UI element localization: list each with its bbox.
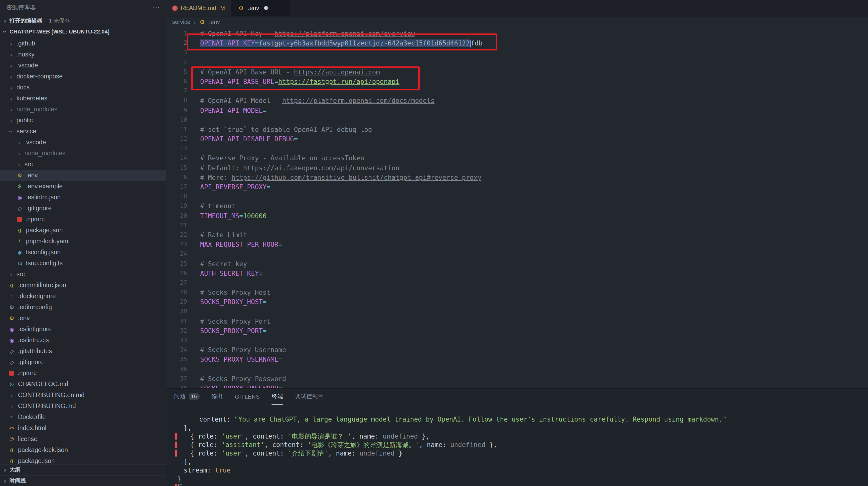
tree-item-.env[interactable]: ⚙.env [0, 170, 166, 181]
editor-line-25[interactable]: 25# Secret key [166, 259, 868, 268]
editor-line-12[interactable]: 12OPENAI_API_DISABLE_DEBUG= [166, 134, 868, 144]
editor-line-17[interactable]: 17API_REVERSE_PROXY= [166, 182, 868, 192]
editor-line-1[interactable]: 1# OpenAI API Key - https://platform.ope… [166, 29, 868, 38]
editor-line-34[interactable]: 34# Socks Proxy Username [166, 345, 868, 355]
editor-line-6[interactable]: 6OPENAI_API_BASE_URL=https://fastgpt.run… [166, 77, 868, 86]
editor-line-11[interactable]: 11# set `true` to disable OpenAI API deb… [166, 125, 868, 134]
editor-line-13[interactable]: 13 [166, 144, 868, 153]
breadcrumb[interactable]: service › ⚙ .env [166, 17, 868, 27]
tree-item-kubernetes[interactable]: ›kubernetes [0, 93, 166, 104]
editor-line-29[interactable]: 29SOCKS_PROXY_HOST= [166, 297, 868, 307]
editor-line-8[interactable]: 8# OpenAI API Model - https://platform.o… [166, 96, 868, 106]
tree-item-.gitignore[interactable]: ◇.gitignore [0, 356, 166, 368]
tree-item-src[interactable]: ›src [0, 159, 166, 170]
editor-line-21[interactable]: 21 [166, 221, 868, 230]
editor-line-10[interactable]: 10 [166, 115, 868, 125]
editor-line-33[interactable]: 33 [166, 336, 868, 345]
tree-item-pnpm-lock.yaml[interactable]: !pnpm-lock.yaml [0, 236, 166, 247]
editor-line-26[interactable]: 26AUTH_SECRET_KEY= [166, 268, 868, 278]
panel-tab-问题[interactable]: 问题16 [174, 389, 200, 405]
editor-line-4[interactable]: 4 [166, 58, 868, 67]
editor-line-14[interactable]: 14# Reverse Proxy - Available on accessT… [166, 153, 868, 163]
code-editor[interactable]: 1# OpenAI API Key - https://platform.ope… [166, 27, 868, 388]
tree-item-CHANGELOG.md[interactable]: ⊙CHANGELOG.md [0, 379, 166, 390]
panel-tab-终端[interactable]: 终端 [272, 389, 283, 405]
editor-line-7[interactable]: 7 [166, 86, 868, 96]
chevron-right-icon: › [8, 271, 14, 278]
panel-tab-GITLENS[interactable]: GITLENS [235, 389, 260, 405]
tab-.env[interactable]: ⚙.env [231, 0, 290, 16]
tree-item-license[interactable]: ©license [0, 433, 166, 445]
tree-item-node_modules[interactable]: ›node_modules [0, 148, 166, 159]
editor-line-32[interactable]: 32SOCKS_PROXY_PORT= [166, 326, 868, 336]
tree-item-docs[interactable]: ›docs [0, 82, 166, 93]
tree-item-.eslintignore[interactable]: ◉.eslintignore [0, 324, 166, 335]
tree-item-index.html[interactable]: <>index.html [0, 423, 166, 433]
editor-line-24[interactable]: 24 [166, 250, 868, 259]
tree-item-.gitattributes[interactable]: ◇.gitattributes [0, 346, 166, 356]
editor-line-35[interactable]: 35SOCKS_PROXY_USERNAME= [166, 355, 868, 364]
editor-line-27[interactable]: 27 [166, 278, 868, 288]
editor-line-19[interactable]: 19# timeout [166, 202, 868, 211]
editor-line-36[interactable]: 36 [166, 364, 868, 374]
tree-item-.eslintrc.cjs[interactable]: ◉.eslintrc.cjs [0, 335, 166, 346]
editor-line-15[interactable]: 15# Default: https://ai.fakeopen.com/api… [166, 163, 868, 173]
tree-item-docker-compose[interactable]: ›docker-compose [0, 71, 166, 82]
editor-line-9[interactable]: 9OPENAI_API_MODEL= [166, 106, 868, 115]
open-editors-header[interactable]: › 打开的编辑器 1 未保存 [0, 15, 166, 26]
tree-item-.env.example[interactable]: $.env.example [0, 181, 166, 192]
tree-item-CONTRIBUTING.md[interactable]: ↓CONTRIBUTING.md [0, 401, 166, 411]
project-root-header[interactable]: › CHATGPT-WEB [WSL: UBUNTU-22.04] [0, 26, 166, 37]
panel-tab-输出[interactable]: 输出 [212, 389, 223, 405]
tree-item-Dockerfile[interactable]: ≈Dockerfile [0, 411, 166, 423]
more-actions-icon[interactable]: ⋯ [153, 3, 160, 11]
editor-line-38[interactable]: 38SOCKS_PROXY_PASSWORD= [166, 383, 868, 388]
tree-item-tsup.config.ts[interactable]: TStsup.config.ts [0, 258, 166, 269]
tree-item-.editorconfig[interactable]: ⚙.editorconfig [0, 302, 166, 313]
timeline-section-header[interactable]: › 时间线 [0, 475, 166, 486]
tree-item-package.json[interactable]: {}package.json [0, 225, 166, 236]
editor-line-23[interactable]: 23MAX_REQUEST_PER_HOUR= [166, 240, 868, 249]
tree-item-label: .vscode [25, 139, 46, 146]
editor-line-5[interactable]: 5# OpenAI API Base URL - https://api.ope… [166, 67, 868, 77]
editor-line-18[interactable]: 18 [166, 192, 868, 201]
tree-item-src[interactable]: ›src [0, 269, 166, 280]
editor-line-37[interactable]: 37# Socks Proxy Password [166, 374, 868, 383]
tree-item-package-lock.json[interactable]: {}package-lock.json [0, 445, 166, 456]
tree-item-.gitignore[interactable]: ◇.gitignore [0, 203, 166, 214]
tree-item-.dockerignore[interactable]: ≈.dockerignore [0, 291, 166, 302]
editor-line-22[interactable]: 22# Rate Limit [166, 230, 868, 240]
editor-line-16[interactable]: 16# More: https://github.com/transitive-… [166, 173, 868, 182]
tree-item-public[interactable]: ›public [0, 115, 166, 126]
terminal-output[interactable]: content: "You are ChatGPT, a large langu… [166, 405, 868, 486]
tree-item-CONTRIBUTING.en.md[interactable]: ↓CONTRIBUTING.en.md [0, 390, 166, 401]
unsaved-dot-icon[interactable] [264, 6, 268, 10]
tree-item-.github[interactable]: ›.github [0, 38, 166, 49]
editor-line-28[interactable]: 28# Socks Proxy Host [166, 288, 868, 297]
tree-item-.npmrc[interactable]: .npmrc [0, 214, 166, 225]
tab-README.md[interactable]: iREADME.mdM [166, 0, 231, 16]
tree-item-.vscode[interactable]: ›.vscode [0, 137, 166, 148]
editor-line-2[interactable]: 2OPENAI_API_KEY=fastgpt-y6b3axfbdd5wyp01… [166, 38, 868, 48]
tree-item-.npmrc[interactable]: .npmrc [0, 368, 166, 379]
tree-item-label: .dockerignore [18, 293, 56, 300]
breadcrumb-item-service[interactable]: service [172, 19, 190, 25]
editor-line-3[interactable]: 3 [166, 48, 868, 58]
breadcrumb-item-env[interactable]: .env [209, 19, 220, 25]
editor-line-31[interactable]: 31# Socks Proxy Port [166, 316, 868, 326]
panel-tab-调试控制台[interactable]: 调试控制台 [295, 389, 324, 405]
outline-section-header[interactable]: › 大纲 [0, 464, 166, 475]
tree-item-.commitlintrc.json[interactable]: {}.commitlintrc.json [0, 280, 166, 291]
tree-item-tsconfig.json[interactable]: ◆tsconfig.json [0, 247, 166, 258]
editor-line-20[interactable]: 20TIMEOUT_MS=100000 [166, 211, 868, 221]
tree-item-package.json[interactable]: {}package.json [0, 456, 166, 464]
tree-item-.env[interactable]: ⚙.env [0, 313, 166, 324]
tree-item-service[interactable]: ›service [0, 126, 166, 137]
editor-line-30[interactable]: 30 [166, 307, 868, 316]
dollar-icon: $ [16, 183, 24, 190]
tree-item-.eslintrc.json[interactable]: ◉.eslintrc.json [0, 192, 166, 203]
tree-item-node_modules[interactable]: ›node_modules [0, 104, 166, 115]
tree-item-label: tsconfig.json [26, 249, 61, 256]
tree-item-.vscode[interactable]: ›.vscode [0, 60, 166, 71]
tree-item-.husky[interactable]: ›.husky [0, 49, 166, 60]
